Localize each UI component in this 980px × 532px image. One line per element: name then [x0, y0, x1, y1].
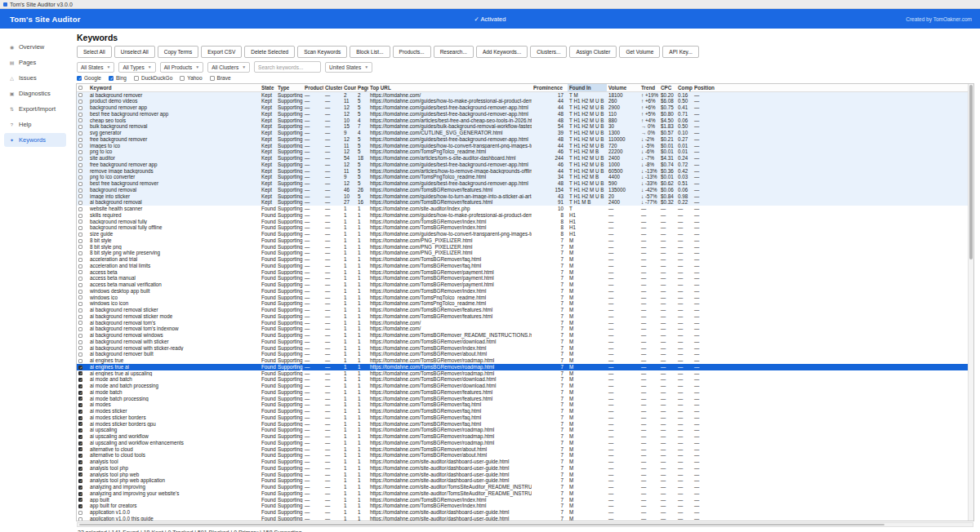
- table-row[interactable]: 8 bit style png while preservingFoundSup…: [77, 250, 973, 256]
- cell-checkbox[interactable]: [77, 219, 88, 225]
- table-row[interactable]: windows icoFoundSupporting——11https://to…: [77, 295, 973, 301]
- table-row[interactable]: alternative to cloud toolsFoundSupportin…: [77, 452, 973, 459]
- vertical-scrollbar[interactable]: [968, 84, 973, 521]
- column-header-volume[interactable]: Volume: [607, 84, 639, 92]
- select-all-button[interactable]: Select All: [77, 46, 112, 58]
- row-checkbox[interactable]: [78, 194, 82, 198]
- cell-checkbox[interactable]: [77, 396, 88, 402]
- cell-checkbox[interactable]: [77, 130, 88, 136]
- row-checkbox[interactable]: [78, 175, 82, 180]
- cell-checkbox[interactable]: [77, 155, 88, 162]
- row-checkbox[interactable]: [78, 511, 82, 515]
- research-button[interactable]: Research...: [434, 46, 474, 58]
- table-row[interactable]: product demo videosKeptSupporting——115ht…: [77, 98, 973, 104]
- row-checkbox[interactable]: [78, 188, 82, 193]
- row-checkbox[interactable]: [78, 258, 82, 262]
- row-checkbox[interactable]: [78, 207, 82, 211]
- column-header-found-in[interactable]: Found In: [568, 84, 607, 92]
- cell-checkbox[interactable]: [77, 465, 88, 472]
- row-checkbox[interactable]: [78, 131, 82, 135]
- cell-checkbox[interactable]: [77, 477, 88, 484]
- table-row[interactable]: ai upscaling and workflowFoundSupporting…: [77, 433, 973, 440]
- table-row[interactable]: acceleration and trial limitsFoundSuppor…: [77, 263, 973, 269]
- row-checkbox[interactable]: [78, 201, 82, 205]
- table-row[interactable]: analysis tool phpFoundSupporting——11http…: [77, 465, 973, 472]
- table-row[interactable]: 8 bit styleFoundSupporting——11https://to…: [77, 237, 973, 244]
- table-row[interactable]: best free background remover appKeptSupp…: [77, 111, 973, 117]
- scan-keywords-button[interactable]: Scan Keywords: [297, 46, 347, 58]
- table-row[interactable]: ai upscaling and workflow enhancementsFo…: [77, 440, 973, 446]
- table-row[interactable]: ai engines true aiFoundSupporting——11htt…: [77, 364, 973, 370]
- cell-checkbox[interactable]: [77, 275, 88, 282]
- cell-checkbox[interactable]: [77, 282, 88, 288]
- row-checkbox[interactable]: [78, 239, 82, 243]
- row-checkbox[interactable]: [78, 315, 82, 319]
- cell-checkbox[interactable]: [77, 389, 88, 396]
- table-row[interactable]: analysis tool php web applicationFoundSu…: [77, 477, 973, 484]
- table-row[interactable]: png to icoKeptSupporting——125https://tom…: [77, 149, 973, 155]
- column-header-product[interactable]: Product: [303, 84, 323, 92]
- cell-checkbox[interactable]: [77, 376, 88, 383]
- cell-checkbox[interactable]: [77, 231, 88, 237]
- table-row[interactable]: ai background removal sticker modeFoundS…: [77, 313, 973, 320]
- table-row[interactable]: ai mode and batchFoundSupporting——11http…: [77, 376, 973, 383]
- row-checkbox[interactable]: [78, 163, 82, 167]
- table-row[interactable]: ai background remover builtFoundSupporti…: [77, 351, 973, 357]
- table-row[interactable]: image into stickerKeptSupporting——105htt…: [77, 193, 973, 200]
- cell-checkbox[interactable]: [77, 111, 88, 117]
- row-checkbox[interactable]: [78, 517, 82, 521]
- row-checkbox[interactable]: [78, 378, 82, 382]
- table-row[interactable]: application v1.0.0FoundSupporting——11htt…: [77, 509, 973, 516]
- table-row[interactable]: analyzing and improvingFoundSupporting——…: [77, 484, 973, 490]
- cell-checkbox[interactable]: [77, 263, 88, 269]
- row-checkbox[interactable]: [78, 308, 82, 313]
- cell-checkbox[interactable]: [77, 408, 88, 415]
- row-checkbox[interactable]: [78, 352, 82, 357]
- table-row[interactable]: ai background removal with stickerFoundS…: [77, 339, 973, 345]
- row-checkbox[interactable]: [78, 106, 82, 110]
- table-row[interactable]: cheap seo toolsKeptSupporting——104https:…: [77, 117, 973, 124]
- table-row[interactable]: ai background removal tom's indexnowFoun…: [77, 326, 973, 332]
- row-checkbox[interactable]: [78, 302, 82, 306]
- row-checkbox[interactable]: [78, 277, 82, 281]
- table-row[interactable]: site auditorKeptSupporting——5418https://…: [77, 155, 973, 162]
- cell-checkbox[interactable]: [77, 104, 88, 111]
- table-row[interactable]: background removal fullyFoundSupporting—…: [77, 219, 973, 225]
- row-checkbox[interactable]: [78, 100, 82, 104]
- engine-checkbox-brave[interactable]: Brave: [210, 75, 231, 81]
- select-all-checkbox[interactable]: [78, 86, 82, 90]
- add-keywords-button[interactable]: Add Keywords...: [476, 46, 528, 58]
- row-checkbox[interactable]: [78, 125, 82, 129]
- table-row[interactable]: analysis toolFoundSupporting——11https://…: [77, 459, 973, 465]
- column-header-prominence[interactable]: Prominence: [532, 84, 568, 92]
- table-row[interactable]: ai mode batch processingFoundSupporting—…: [77, 396, 973, 402]
- table-row[interactable]: 8 bit style pngFoundSupporting——11https:…: [77, 244, 973, 250]
- row-checkbox[interactable]: [78, 226, 82, 230]
- row-checkbox[interactable]: [78, 334, 82, 338]
- cell-checkbox[interactable]: [77, 269, 88, 276]
- row-checkbox[interactable]: [78, 384, 82, 388]
- table-row[interactable]: ai engines trueFoundSupporting——11https:…: [77, 357, 973, 364]
- cell-checkbox[interactable]: [77, 117, 88, 124]
- cell-checkbox[interactable]: [77, 237, 88, 244]
- cell-checkbox[interactable]: [77, 187, 88, 193]
- cell-checkbox[interactable]: [77, 497, 88, 503]
- engine-checkbox-yahoo[interactable]: Yahoo: [180, 75, 202, 81]
- sidebar-item-keywords[interactable]: ✦Keywords: [4, 133, 66, 147]
- row-checkbox[interactable]: [78, 113, 82, 117]
- get-volume-button[interactable]: Get Volume: [619, 46, 660, 58]
- sidebar-item-export-import[interactable]: ⇅Export/Import: [4, 102, 66, 116]
- cell-checkbox[interactable]: [77, 490, 88, 497]
- table-row[interactable]: analysis tool php webFoundSupporting——11…: [77, 472, 973, 478]
- cell-checkbox[interactable]: [77, 357, 88, 364]
- api-key-button[interactable]: API Key...: [662, 46, 698, 58]
- cell-checkbox[interactable]: [77, 383, 88, 389]
- table-row[interactable]: access beta manualFoundSupporting——11htt…: [77, 275, 973, 282]
- row-checkbox[interactable]: [78, 169, 82, 173]
- row-checkbox[interactable]: [78, 182, 82, 186]
- table-row[interactable]: ai background removal windowsFoundSuppor…: [77, 332, 973, 339]
- type-filter[interactable]: All Types▼: [118, 62, 155, 73]
- cell-checkbox[interactable]: [77, 92, 88, 99]
- horizontal-scrollbar-thumb[interactable]: [79, 524, 884, 525]
- table-row[interactable]: alternative to cloudFoundSupporting——11h…: [77, 446, 973, 453]
